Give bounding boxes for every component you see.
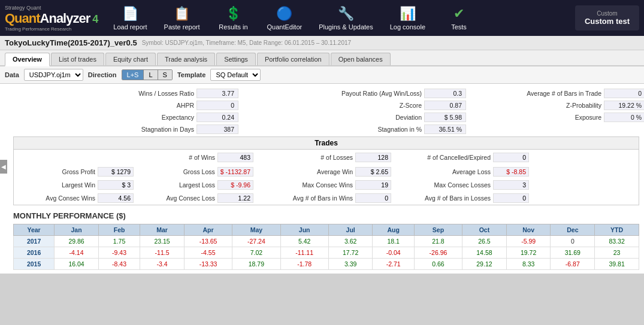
main-content: ◀ Wins / Losses Ratio 3.77 AHPR 0 Expect… [0, 84, 644, 274]
monthly-cell: -11.5 [140, 247, 185, 259]
monthly-cell: -13.65 [184, 236, 232, 247]
monthly-cell: -13.33 [184, 259, 232, 270]
metric-expectancy: Expectancy 0.24 [13, 111, 241, 123]
avg-bars-wins-label: Avg # of Bars in Wins [258, 195, 355, 202]
tab-bar: Overview List of trades Equity chart Tra… [0, 50, 644, 66]
metric-exposure: Exposure 0 % [468, 111, 644, 123]
col-dec: Dec [551, 224, 595, 236]
col-aug: Aug [373, 224, 414, 236]
strategy-name: TokyoLuckyTime(2015-2017)_ver0.5 [5, 38, 137, 47]
col-ytd: YTD [595, 224, 639, 236]
log-console-button[interactable]: 📊 Log console [383, 4, 433, 33]
tab-trade-analysis[interactable]: Trade analysis [157, 53, 215, 65]
expectancy-label: Expectancy [16, 114, 196, 121]
trade-losses-row: # of Losses 128 [256, 151, 394, 163]
avg-bars-wins-value: 0 [355, 193, 391, 203]
tab-open-balances[interactable]: Open balances [331, 53, 391, 65]
monthly-cell: 23 [595, 247, 639, 259]
max-consec-losses-label: Max Consec Losses [396, 181, 493, 189]
logo-sub-text: Trading Performance Research [5, 26, 98, 32]
exposure-value: 0 % [604, 113, 644, 122]
wins-value: 483 [217, 153, 253, 162]
trades-row3: Avg Consec Wins 4.56 Avg Consec Loss 1.2… [14, 192, 639, 205]
quant-editor-icon: 🔵 [276, 6, 292, 22]
direction-l-button[interactable]: L [144, 70, 158, 80]
stagnation-days-label: Stagnation in Days [16, 126, 196, 133]
col-oct: Oct [462, 224, 507, 236]
monthly-cell: -3.4 [140, 259, 185, 270]
avg-bars-losses-value: 0 [493, 193, 529, 203]
tab-settings[interactable]: Settings [216, 53, 256, 65]
max-consec-wins-label: Max Consec Wins [258, 181, 355, 189]
quant-editor-button[interactable]: 🔵 QuantEditor [259, 4, 309, 33]
template-select[interactable]: SQ Default [210, 69, 261, 81]
metrics-area: Wins / Losses Ratio 3.77 AHPR 0 Expectan… [13, 87, 639, 270]
zscore-label: Z-Score [243, 102, 424, 109]
side-arrow[interactable]: ◀ [0, 160, 7, 174]
col-jun: Jun [280, 224, 328, 236]
tests-button[interactable]: ✔ Tests [435, 4, 483, 33]
zprobability-label: Z-Probability [471, 102, 604, 109]
monthly-cell: 14.58 [462, 247, 507, 259]
monthly-cell: 8.33 [506, 259, 551, 270]
largest-loss-value: $ -9.96 [217, 180, 253, 190]
metric-zscore: Z-Score 0.87 [241, 99, 468, 111]
monthly-cell: 5.42 [280, 236, 328, 247]
max-consec-losses-row: Max Consec Losses 3 [394, 179, 531, 191]
avg-consec-loss-value: 1.22 [217, 193, 253, 203]
wins-losses-ratio-value: 3.77 [196, 89, 238, 98]
monthly-section: MONTHLY PERFORMANCE ($) Year Jan Feb Mar… [13, 211, 639, 270]
custom-test-area: Custom Custom test [575, 5, 639, 31]
trades-row2: Largest Win $ 3 Largest Loss $ -9.96 Max… [14, 178, 639, 192]
direction-ls-button[interactable]: L+S [122, 70, 144, 80]
metric-wins-losses-ratio: Wins / Losses Ratio 3.77 [13, 87, 241, 99]
direction-s-button[interactable]: S [158, 70, 172, 80]
monthly-cell: 23.15 [140, 236, 185, 247]
tab-equity-chart[interactable]: Equity chart [105, 53, 156, 65]
gross-loss-row: Gross Loss $ -1132.87 [136, 166, 256, 178]
app-logo: Strategy Quant QuantAnalyzer 4 Trading P… [5, 5, 98, 32]
max-consec-wins-row: Max Consec Wins 19 [256, 179, 394, 191]
losses-value: 128 [355, 153, 391, 162]
data-select[interactable]: USDJPY.oj1m [24, 69, 83, 81]
log-console-icon: 📊 [400, 6, 416, 22]
avg-consec-loss-row: Avg Consec Loss 1.22 [136, 192, 256, 204]
paste-report-button[interactable]: 📋 Paste report [157, 4, 207, 33]
metric-ahpr: AHPR 0 [13, 99, 241, 111]
monthly-cell: 39.81 [595, 259, 639, 270]
monthly-cell: -2.71 [373, 259, 414, 270]
avg-consec-wins-value: 4.56 [98, 193, 134, 203]
monthly-cell: 3.39 [328, 259, 373, 270]
avg-bars-losses-label: Avg # of Bars in Losses [396, 195, 493, 202]
monthly-row: 201729.861.7523.15-13.65-27.245.423.6218… [14, 236, 639, 247]
logo-top-text: Strategy Quant [5, 5, 98, 11]
col-feb: Feb [98, 224, 140, 236]
trades-row1: Gross Profit $ 1279 Gross Loss $ -1132.8… [14, 165, 639, 178]
monthly-cell: 18.1 [373, 236, 414, 247]
max-consec-wins-value: 19 [355, 180, 391, 190]
monthly-cell: 16.04 [55, 259, 99, 270]
col-jan: Jan [55, 224, 99, 236]
tests-icon: ✔ [453, 6, 464, 22]
zprobability-value: 19.22 % [604, 101, 644, 110]
data-label: Data [5, 71, 19, 78]
avg-win-label: Average Win [258, 168, 355, 175]
metric-empty [468, 123, 644, 128]
load-report-button[interactable]: 📄 Load report [106, 4, 154, 33]
plugins-updates-button[interactable]: 🔧 Plugins & Updates [312, 4, 380, 33]
results-in-button[interactable]: 💲 Results in [209, 4, 257, 33]
tab-overview[interactable]: Overview [5, 53, 50, 66]
monthly-row: 2016-4.14-9.43-11.5-4.557.02-11.1117.72-… [14, 247, 639, 259]
zscore-value: 0.87 [424, 101, 466, 110]
payout-ratio-label: Payout Ratio (Avg Win/Loss) [243, 90, 424, 97]
avg-bars-wins-row: Avg # of Bars in Wins 0 [256, 192, 394, 204]
results-in-icon: 💲 [225, 6, 241, 22]
tab-list-of-trades[interactable]: List of trades [51, 53, 104, 65]
exposure-label: Exposure [471, 114, 604, 121]
metrics-grid: Wins / Losses Ratio 3.77 AHPR 0 Expectan… [13, 87, 639, 135]
expectancy-value: 0.24 [196, 113, 238, 122]
tab-portfolio-correlation[interactable]: Portfolio correlation [257, 53, 329, 65]
logo-main-text: QuantAnalyzer 4 [5, 11, 98, 26]
col-nov: Nov [506, 224, 551, 236]
monthly-cell: 31.69 [551, 247, 595, 259]
